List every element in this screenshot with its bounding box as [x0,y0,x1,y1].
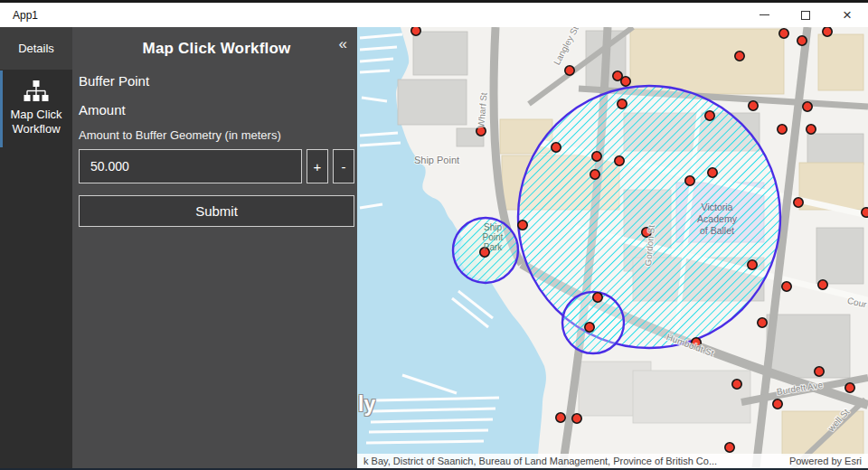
panel-title: Map Click Workflow [79,40,354,58]
field-group-label: Amount [79,102,354,118]
window-title: App1 [0,3,743,27]
sidebar-item-map-click-workflow[interactable]: Map Click Workflow [0,70,72,148]
map-point-graphic [732,380,741,389]
map-point-graphic [749,101,758,110]
map-point-graphic [592,152,601,161]
main-area: Details [0,27,868,468]
map-canvas[interactable]: Ship Point Ship Point Park Victoria Acad… [357,27,868,468]
label-park-line3: Park [484,242,504,252]
label-park-line1: Ship [484,222,502,232]
attribution-sources: k Bay, District of Saanich, Bureau of La… [363,456,717,466]
attribution-powered-by: Powered by Esri [778,456,862,466]
map-point-graphic [618,99,627,108]
amount-input[interactable] [79,149,302,183]
map-point-graphic [818,280,827,289]
submit-button[interactable]: Submit [79,195,354,227]
dev-watermark-text: ly [358,392,375,417]
map-point-graphic [615,156,624,165]
map-point-graphic [845,383,854,392]
map-point-graphic [621,77,630,86]
map-point-graphic [797,36,807,45]
map-point-graphic [773,400,782,409]
map-point-graphic [862,208,868,217]
details-tab-label: Details [18,42,54,55]
map-point-graphic [590,170,599,179]
title-bar: App1 × [0,3,868,27]
map-point-graphic [758,318,767,327]
map-point-graphic [748,260,757,269]
decrement-button[interactable]: - [333,149,354,183]
map-point-graphic [782,282,791,291]
map-point-graphic [556,413,565,422]
maximize-icon [801,11,810,20]
label-ship-point: Ship Point [414,155,459,165]
minimize-button[interactable] [743,3,785,27]
map-point-graphic [593,293,602,302]
map-point-graphic [807,125,816,134]
map-point-graphic [823,27,832,36]
amount-field-label: Amount to Buffer Geometry (in meters) [79,128,354,142]
map-point-graphic [565,66,574,75]
map-point-graphic [815,367,824,376]
map-view[interactable]: Ship Point Ship Point Park Victoria Acad… [357,27,868,468]
increment-button[interactable]: + [307,149,328,183]
map-point-graphic [552,143,561,152]
map-point-graphic [518,221,527,230]
minimize-icon [760,14,769,15]
amount-input-row: + - [79,149,354,183]
label-park-line2: Point [483,232,504,242]
map-point-graphic [411,27,420,35]
map-point-graphic [794,198,803,207]
map-point-graphic [779,29,788,38]
sidebar: Details [0,27,72,468]
close-icon: × [843,7,852,23]
buffer-circle [518,86,780,348]
attribution-bar: k Bay, District of Saanich, Bureau of La… [357,454,868,468]
map-point-graphic [585,323,594,332]
map-point-graphic [803,102,812,111]
buffer-circle [562,292,624,353]
map-point-graphic [778,125,787,134]
workflow-icon [23,80,50,104]
label-academy-line1: Victoria [702,202,733,212]
map-point-graphic [705,111,714,120]
workflow-panel: Map Click Workflow « Buffer Point Amount… [72,27,357,468]
label-academy-line3: of Ballet [700,225,734,236]
map-point-graphic [708,168,717,177]
workflow-item-label: Map Click Workflow [10,108,61,137]
step-label: Buffer Point [79,73,354,89]
label-academy-line2: Academy [697,213,738,224]
sidebar-tab-details[interactable]: Details [0,27,72,70]
map-point-graphic [572,414,581,423]
collapse-panel-button[interactable]: « [339,35,347,53]
map-point-graphic [685,176,694,185]
map-point-graphic [725,443,734,452]
app-window: App1 × Details [0,0,868,470]
selected-item-accent-bar [0,70,3,147]
maximize-button[interactable] [785,3,826,27]
map-point-graphic [735,52,744,61]
close-button[interactable]: × [826,3,868,27]
